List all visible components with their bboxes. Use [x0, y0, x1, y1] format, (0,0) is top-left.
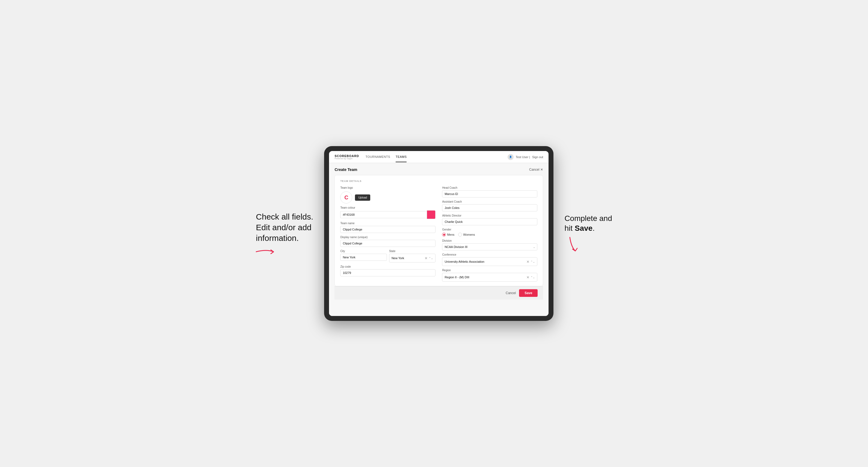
region-arrows-icon: ⌃⌄	[530, 276, 535, 279]
state-clear-btn[interactable]: ✕	[425, 256, 428, 260]
athletic-director-group: Athletic Director	[442, 214, 537, 225]
gender-womens-radio[interactable]	[458, 233, 462, 237]
footer-cancel-button[interactable]: Cancel	[506, 291, 516, 295]
team-colour-group: Team colour	[340, 206, 435, 219]
team-colour-input[interactable]	[340, 211, 427, 218]
region-clear-btn[interactable]: ✕	[526, 276, 529, 279]
zip-input[interactable]	[340, 269, 435, 276]
color-input-row	[340, 210, 435, 219]
state-select-wrapper[interactable]: New York ✕ ⌃⌄	[389, 254, 436, 262]
conference-select-text: University Athletic Association	[444, 260, 525, 263]
arrow-right-icon	[256, 248, 278, 256]
city-state-row: City State New York ✕ ⌃⌄	[340, 250, 435, 262]
region-select-wrapper[interactable]: Region II - (M) DIII ✕ ⌃⌄	[442, 273, 537, 282]
team-name-input[interactable]	[340, 226, 435, 233]
athletic-director-input[interactable]	[442, 218, 537, 225]
sign-out-link[interactable]: Sign out	[532, 155, 543, 159]
zip-group: Zip code	[340, 265, 435, 276]
content-area: Create Team Cancel ✕ TEAM DETAILS	[329, 163, 549, 316]
head-coach-label: Head Coach	[442, 186, 537, 189]
division-select-wrapper: NCAA Division III ⌄	[442, 243, 537, 250]
upload-button[interactable]: Upload	[355, 194, 370, 201]
form-header: Create Team Cancel ✕	[335, 167, 543, 172]
right-text-bold: Save	[575, 224, 592, 232]
nav-right: 👤 Test User | Sign out	[507, 154, 544, 160]
nav-bar: SCOREBOARD Powered by clippit TOURNAMENT…	[329, 151, 549, 163]
form-footer: Cancel Save	[335, 286, 543, 300]
left-text-line1: Check all fields.	[256, 212, 313, 221]
division-group: Division NCAA Division III ⌄	[442, 239, 537, 250]
section-label: TEAM DETAILS	[340, 180, 537, 182]
zip-label: Zip code	[340, 265, 435, 268]
left-column: Team logo C Upload Team colo	[340, 186, 435, 282]
right-text-end: .	[592, 224, 595, 232]
team-logo-label: Team logo	[340, 186, 435, 189]
form-card: TEAM DETAILS Team logo C	[335, 175, 543, 286]
logo-preview-circle: C	[340, 191, 352, 204]
gender-mens-option[interactable]: Mens	[442, 233, 454, 237]
division-select[interactable]: NCAA Division III	[442, 243, 537, 250]
right-text-line1: Complete and	[564, 214, 612, 223]
app-logo: SCOREBOARD Powered by clippit	[335, 155, 359, 159]
left-text-line3: information.	[256, 234, 299, 243]
team-name-group: Team name	[340, 222, 435, 233]
logo-preview-row: C Upload	[340, 191, 435, 204]
region-group: Region Region II - (M) DIII ✕ ⌃⌄	[442, 269, 537, 282]
gender-group: Gender Mens Womens	[442, 228, 537, 237]
region-select-text: Region II - (M) DIII	[444, 276, 525, 279]
display-name-group: Display name (unique)	[340, 236, 435, 247]
city-input[interactable]	[340, 254, 387, 261]
logo-main-text: SCOREBOARD	[335, 155, 359, 158]
display-name-input[interactable]	[340, 240, 435, 247]
city-label: City	[340, 250, 387, 253]
tablet-screen: SCOREBOARD Powered by clippit TOURNAMENT…	[329, 151, 549, 316]
conference-label: Conference	[442, 253, 537, 256]
left-text-line2: Edit and/or add	[256, 223, 311, 232]
conference-group: Conference University Athletic Associati…	[442, 253, 537, 266]
conference-select-wrapper[interactable]: University Athletic Association ✕ ⌃⌄	[442, 257, 537, 266]
logo-sub-text: Powered by clippit	[335, 158, 359, 159]
tablet-frame: SCOREBOARD Powered by clippit TOURNAMENT…	[324, 146, 554, 321]
right-column: Head Coach Assistant Coach Athletic Dire…	[442, 186, 537, 282]
state-label: State	[389, 250, 436, 253]
state-arrows-icon: ⌃⌄	[429, 257, 433, 260]
conference-arrows-icon: ⌃⌄	[530, 260, 535, 263]
city-state-group: City State New York ✕ ⌃⌄	[340, 250, 435, 262]
gender-mens-label: Mens	[447, 233, 454, 236]
user-label: Test User |	[516, 155, 530, 159]
team-logo-group: Team logo C Upload	[340, 186, 435, 204]
nav-tournaments[interactable]: TOURNAMENTS	[366, 152, 390, 162]
nav-teams[interactable]: TEAMS	[396, 152, 407, 162]
gender-mens-radio[interactable]	[442, 233, 446, 237]
display-name-label: Display name (unique)	[340, 236, 435, 239]
nav-links: TOURNAMENTS TEAMS	[366, 152, 501, 162]
form-grid: Team logo C Upload Team colo	[340, 186, 537, 282]
user-avatar: 👤	[507, 154, 514, 160]
region-label: Region	[442, 269, 537, 272]
head-coach-group: Head Coach	[442, 186, 537, 197]
gender-womens-label: Womens	[463, 233, 475, 236]
assistant-coach-label: Assistant Coach	[442, 200, 537, 203]
team-colour-label: Team colour	[340, 206, 435, 209]
footer-save-button[interactable]: Save	[519, 289, 538, 297]
arrow-down-icon	[564, 236, 581, 252]
gender-womens-option[interactable]: Womens	[458, 233, 475, 237]
color-swatch[interactable]	[427, 210, 435, 219]
gender-radio-group: Mens Womens	[442, 233, 537, 237]
form-title: Create Team	[335, 167, 357, 172]
division-label: Division	[442, 239, 537, 242]
right-text-line2: hit	[564, 224, 575, 232]
athletic-director-label: Athletic Director	[442, 214, 537, 217]
left-annotation: Check all fields. Edit and/or add inform…	[256, 211, 313, 256]
right-annotation: Complete and hit Save.	[564, 214, 612, 254]
conference-clear-btn[interactable]: ✕	[526, 260, 529, 263]
state-select-text: New York	[392, 256, 424, 260]
form-cancel-top[interactable]: Cancel ✕	[529, 168, 543, 172]
assistant-coach-input[interactable]	[442, 204, 537, 211]
head-coach-input[interactable]	[442, 190, 537, 197]
assistant-coach-group: Assistant Coach	[442, 200, 537, 211]
city-group: City	[340, 250, 387, 262]
state-group: State New York ✕ ⌃⌄	[389, 250, 436, 262]
gender-label: Gender	[442, 228, 537, 231]
team-name-label: Team name	[340, 222, 435, 225]
